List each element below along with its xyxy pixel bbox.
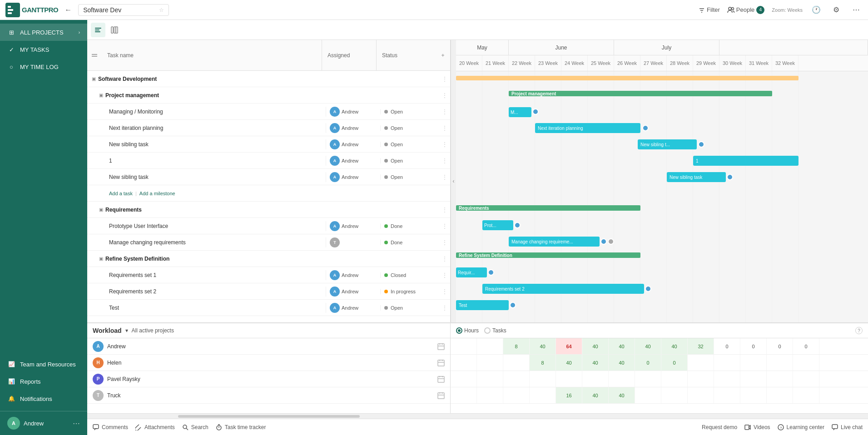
row-menu-icon[interactable]: ⋮ bbox=[439, 288, 450, 295]
avatar: A bbox=[330, 172, 340, 182]
status-dot bbox=[384, 224, 388, 228]
wc bbox=[503, 387, 530, 403]
settings-button[interactable]: ⚙ bbox=[830, 4, 843, 16]
videos-button[interactable]: Videos bbox=[744, 424, 770, 430]
bar-software-dev[interactable] bbox=[456, 76, 799, 80]
row-menu-icon[interactable]: ⋮ bbox=[439, 174, 450, 180]
back-button[interactable]: ← bbox=[62, 4, 74, 16]
add-task-row: Add a task | Add a milestone bbox=[87, 185, 450, 202]
sidebar-item-my-time-log[interactable]: ○ MY TIME LOG bbox=[0, 58, 87, 75]
table-row: ▣ Requirements ⋮ bbox=[87, 202, 450, 218]
row-menu-icon[interactable]: ⋮ bbox=[439, 256, 450, 262]
row-menu-icon[interactable]: ⋮ bbox=[439, 109, 450, 115]
row-menu-icon[interactable]: ⋮ bbox=[439, 207, 450, 213]
side-collapse-handle[interactable]: ‹ bbox=[451, 40, 456, 322]
radio-hours[interactable]: Hours bbox=[456, 327, 479, 334]
wc: 0 bbox=[767, 338, 793, 354]
request-demo-link[interactable]: Request demo bbox=[702, 424, 737, 430]
filter-button[interactable]: Filter bbox=[699, 6, 720, 13]
status-label: Closed bbox=[391, 272, 406, 278]
task-name: Next iteration planning bbox=[109, 125, 326, 131]
task-time-button[interactable]: Task time tracker bbox=[216, 424, 266, 430]
add-milestone-link[interactable]: Add a milestone bbox=[139, 191, 175, 196]
sidebar-item-my-tasks[interactable]: ✓ MY TASKS bbox=[0, 41, 87, 58]
attachments-button[interactable]: Attachments bbox=[135, 424, 175, 430]
wc bbox=[740, 355, 767, 371]
bar-next-iteration[interactable]: Next iteration planning bbox=[535, 123, 640, 133]
row-menu-icon[interactable]: ⋮ bbox=[439, 223, 450, 229]
radio-circle-hours bbox=[456, 327, 462, 334]
svg-rect-16 bbox=[438, 344, 444, 350]
row-menu-icon[interactable]: ⋮ bbox=[439, 272, 450, 278]
radio-tasks[interactable]: Tasks bbox=[484, 327, 506, 334]
calendar-icon[interactable] bbox=[437, 359, 445, 366]
comments-button[interactable]: Comments bbox=[93, 424, 128, 430]
row-menu-icon[interactable]: ⋮ bbox=[439, 76, 450, 82]
table-row: ▣ Refine System Definition ⋮ bbox=[87, 251, 450, 267]
sidebar-item-all-projects[interactable]: ⊞ ALL PROJECTS › bbox=[0, 24, 87, 41]
sidebar-item-reports[interactable]: 📊 Reports bbox=[0, 373, 87, 390]
wc bbox=[451, 355, 477, 371]
learning-center-button[interactable]: ? Learning center bbox=[778, 424, 824, 430]
svg-rect-15 bbox=[92, 56, 97, 57]
task-status: Open bbox=[380, 305, 439, 311]
week-27: 27 Week bbox=[640, 55, 667, 71]
calendar-icon[interactable] bbox=[437, 343, 445, 350]
assigned-name: Andrew bbox=[342, 109, 358, 114]
gantt-view-button[interactable] bbox=[91, 23, 105, 37]
bar-new-sibling-1[interactable]: New sibling t... bbox=[638, 139, 697, 149]
bar-req-set-2[interactable]: Requirements set 2 bbox=[482, 284, 644, 294]
wc bbox=[767, 371, 793, 387]
bar-task-1[interactable]: 1 bbox=[693, 156, 799, 166]
bar-req-set-1[interactable]: Requir... bbox=[456, 267, 487, 277]
sidebar-item-notifications[interactable]: 🔔 Notifications bbox=[0, 390, 87, 407]
expand-icon[interactable]: ▣ bbox=[98, 256, 104, 262]
wc: 32 bbox=[688, 338, 714, 354]
people-button[interactable]: People 4 bbox=[727, 6, 764, 14]
help-icon[interactable]: ? bbox=[855, 327, 863, 334]
user-menu-button[interactable]: ⋯ bbox=[73, 419, 80, 428]
row-menu-icon[interactable]: ⋮ bbox=[439, 92, 450, 99]
calendar-icon[interactable] bbox=[437, 392, 445, 399]
sidebar-item-team-resources[interactable]: 📈 Team and Resources bbox=[0, 356, 87, 373]
bar-manage-changing[interactable]: Manage changing requireme... bbox=[509, 237, 600, 247]
avatar-bar-7 bbox=[608, 238, 614, 245]
person-name-truck: Truck bbox=[107, 392, 434, 399]
live-chat-button[interactable]: Live chat bbox=[832, 424, 863, 430]
expand-icon[interactable]: ▣ bbox=[98, 93, 104, 98]
bar-new-sibling-2[interactable]: New sibling task bbox=[667, 172, 726, 182]
wc: 40 bbox=[609, 355, 635, 371]
star-icon[interactable]: ☆ bbox=[159, 7, 164, 13]
bar-managing[interactable]: M... bbox=[509, 107, 531, 117]
row-menu-icon[interactable]: ⋮ bbox=[439, 239, 450, 246]
gantt-months: May June July bbox=[456, 40, 868, 55]
bar-prototype[interactable]: Prot... bbox=[482, 220, 513, 230]
wc bbox=[688, 387, 714, 403]
learning-icon: ? bbox=[778, 424, 784, 430]
expand-icon[interactable]: ▣ bbox=[98, 207, 104, 213]
workload-dropdown[interactable]: ▾ bbox=[125, 327, 128, 334]
scroll-bar[interactable] bbox=[87, 413, 868, 419]
bar-project-mgmt[interactable]: Project management bbox=[509, 91, 772, 96]
row-menu-icon[interactable]: ⋮ bbox=[439, 158, 450, 164]
row-menu-icon[interactable]: ⋮ bbox=[439, 141, 450, 148]
expand-icon[interactable]: ▣ bbox=[91, 76, 96, 82]
bar-refine[interactable]: Refine System Definition bbox=[456, 252, 640, 258]
add-task-link[interactable]: Add a task bbox=[109, 191, 133, 196]
svg-rect-0 bbox=[8, 6, 11, 8]
calendar-icon[interactable] bbox=[437, 376, 445, 383]
search-button[interactable]: Search bbox=[182, 424, 208, 430]
row-menu-icon[interactable]: ⋮ bbox=[439, 125, 450, 131]
wc: 40 bbox=[582, 387, 609, 403]
history-button[interactable]: 🕐 bbox=[810, 4, 823, 16]
col-add[interactable]: + bbox=[436, 40, 450, 70]
bar-test[interactable]: Test bbox=[456, 300, 509, 310]
board-view-button[interactable] bbox=[107, 23, 122, 37]
scroll-thumb[interactable] bbox=[178, 415, 360, 418]
team-icon: 📈 bbox=[7, 360, 15, 368]
more-button[interactable]: ⋯ bbox=[850, 4, 863, 16]
bar-requirements[interactable]: Requirements bbox=[456, 205, 640, 211]
video-icon bbox=[744, 424, 751, 430]
project-title-box[interactable]: Software Dev ☆ bbox=[78, 4, 169, 16]
row-menu-icon[interactable]: ⋮ bbox=[439, 305, 450, 311]
